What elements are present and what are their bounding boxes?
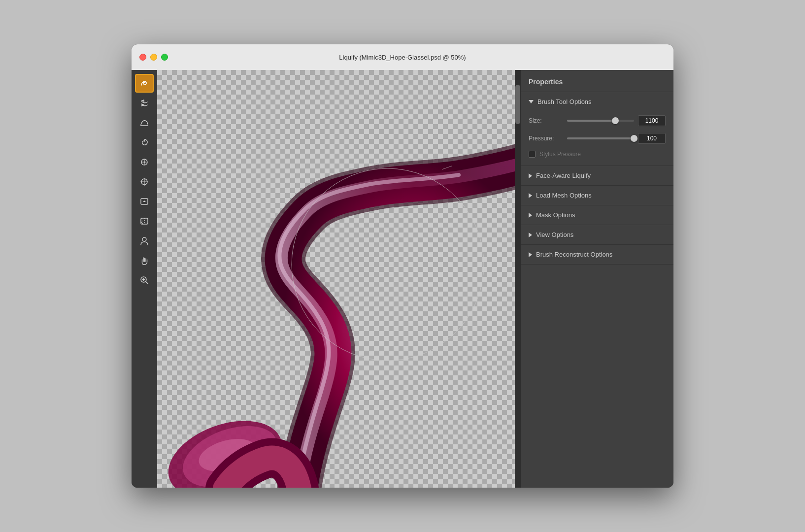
- vertical-scrollbar[interactable]: [515, 70, 521, 488]
- face-tool[interactable]: [135, 232, 154, 250]
- hand-tool[interactable]: [135, 251, 154, 270]
- properties-header: Properties: [521, 70, 673, 92]
- load-mesh-section: Load Mesh Options: [521, 186, 673, 205]
- close-button[interactable]: [139, 54, 146, 61]
- face-aware-header[interactable]: Face-Aware Liquify: [521, 166, 673, 185]
- pressure-label: Pressure:: [529, 135, 563, 142]
- push-left-tool[interactable]: [135, 192, 154, 211]
- reconstruct-tool[interactable]: [135, 94, 154, 112]
- mask-options-label: Mask Options: [536, 211, 575, 219]
- view-options-triangle: [529, 233, 532, 237]
- face-aware-triangle: [529, 173, 532, 178]
- mask-options-header[interactable]: Mask Options: [521, 205, 673, 225]
- brush-tool-options-label: Brush Tool Options: [537, 98, 592, 105]
- brush-reconstruct-label: Brush Reconstruct Options: [536, 251, 612, 258]
- canvas-area[interactable]: [157, 70, 515, 488]
- pressure-slider-fill: [567, 137, 634, 139]
- smooth-tool[interactable]: [135, 113, 154, 132]
- app-window: Liquify (Mimic3D_Hope-Glassel.psd @ 50%): [132, 44, 673, 488]
- view-options-header[interactable]: View Options: [521, 225, 673, 244]
- size-slider-fill: [567, 120, 615, 122]
- size-row: Size:: [529, 115, 666, 126]
- load-mesh-header[interactable]: Load Mesh Options: [521, 186, 673, 205]
- svg-line-19: [146, 282, 148, 284]
- canvas-svg: [157, 70, 515, 488]
- brush-tool-options-content: Size: Pressure:: [521, 111, 673, 166]
- stylus-pressure-label: Stylus Pressure: [539, 151, 581, 158]
- pucker-icon: [139, 157, 149, 167]
- smooth-icon: [139, 118, 149, 128]
- toolbar: [132, 70, 157, 488]
- reconstruct-icon: [139, 98, 149, 108]
- maximize-button[interactable]: [161, 54, 168, 61]
- bloat-icon: [139, 177, 149, 187]
- svg-point-8: [144, 162, 145, 163]
- view-options-label: View Options: [536, 231, 573, 238]
- face-icon: [139, 236, 149, 246]
- twirl-icon: [139, 137, 149, 147]
- zoom-icon: [139, 275, 149, 285]
- pressure-slider-thumb[interactable]: [631, 135, 637, 142]
- minimize-button[interactable]: [150, 54, 157, 61]
- brush-tool-options-triangle: [529, 100, 534, 103]
- size-label: Size:: [529, 117, 563, 124]
- window-title: Liquify (Mimic3D_Hope-Glassel.psd @ 50%): [339, 54, 466, 61]
- face-aware-section: Face-Aware Liquify: [521, 166, 673, 186]
- svg-marker-2: [143, 140, 146, 141]
- mask-options-triangle: [529, 213, 532, 218]
- twirl-tool[interactable]: [135, 133, 154, 152]
- svg-point-17: [142, 237, 146, 241]
- pressure-input[interactable]: [638, 133, 666, 144]
- scrollbar-thumb[interactable]: [515, 85, 520, 124]
- brush-reconstruct-section: Brush Reconstruct Options: [521, 245, 673, 265]
- traffic-lights: [139, 54, 168, 61]
- brush-tool-options-section: Brush Tool Options Size:: [521, 92, 673, 166]
- mirror-icon: [139, 216, 149, 226]
- brush-tool-options-header[interactable]: Brush Tool Options: [521, 92, 673, 111]
- mask-options-section: Mask Options: [521, 205, 673, 225]
- titlebar: Liquify (Mimic3D_Hope-Glassel.psd @ 50%): [132, 44, 673, 70]
- size-slider-track[interactable]: [567, 120, 634, 122]
- properties-panel: Properties Brush Tool Options Size:: [521, 70, 673, 488]
- load-mesh-label: Load Mesh Options: [536, 192, 592, 199]
- hand-icon: [139, 256, 149, 266]
- stylus-pressure-row: Stylus Pressure: [529, 151, 666, 158]
- warp-icon: [139, 78, 149, 88]
- app-body: Properties Brush Tool Options Size:: [132, 70, 673, 488]
- mirror-tool[interactable]: [135, 212, 154, 231]
- brush-reconstruct-triangle: [529, 252, 532, 257]
- size-input[interactable]: [638, 115, 666, 126]
- size-slider-thumb[interactable]: [612, 117, 619, 124]
- pressure-row: Pressure:: [529, 133, 666, 144]
- push-left-icon: [139, 197, 149, 206]
- view-options-section: View Options: [521, 225, 673, 245]
- pressure-slider-area: [567, 134, 634, 142]
- zoom-tool[interactable]: [135, 271, 154, 290]
- pressure-slider-track[interactable]: [567, 137, 634, 139]
- bloat-tool[interactable]: [135, 172, 154, 191]
- warp-tool[interactable]: [135, 74, 154, 93]
- stylus-pressure-checkbox[interactable]: [529, 151, 536, 158]
- brush-reconstruct-header[interactable]: Brush Reconstruct Options: [521, 245, 673, 264]
- svg-point-0: [144, 82, 146, 83]
- load-mesh-triangle: [529, 193, 532, 198]
- pucker-tool[interactable]: [135, 153, 154, 171]
- size-slider-area: [567, 117, 634, 125]
- face-aware-label: Face-Aware Liquify: [536, 172, 591, 179]
